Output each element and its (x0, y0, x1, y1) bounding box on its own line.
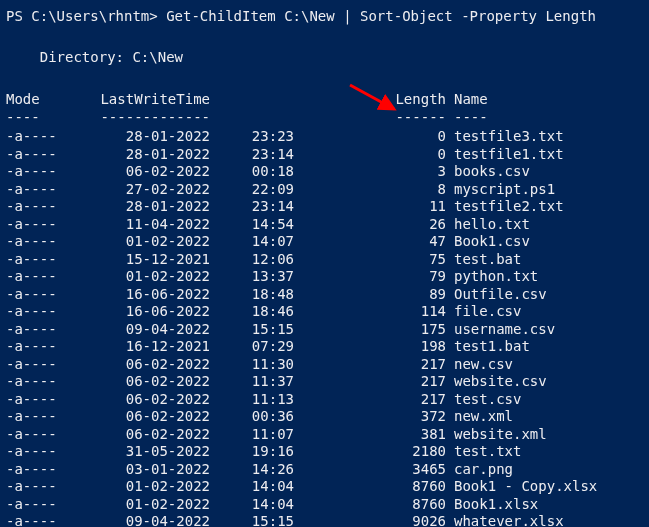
table-row: -a----16-12-202107:29198test1.bat (6, 338, 643, 356)
file-time: 12:06 (210, 251, 294, 269)
file-length: 381 (294, 426, 446, 444)
file-date: 31-05-2022 (74, 443, 210, 461)
file-mode: -a---- (6, 198, 74, 216)
file-time: 14:54 (210, 216, 294, 234)
file-mode: -a---- (6, 181, 74, 199)
table-row: -a----16-06-202218:4889Outfile.csv (6, 286, 643, 304)
file-time: 15:15 (210, 321, 294, 339)
file-time: 07:29 (210, 338, 294, 356)
file-date: 27-02-2022 (74, 181, 210, 199)
file-name: car.png (446, 461, 643, 479)
file-time: 23:14 (210, 146, 294, 164)
file-name: myscript.ps1 (446, 181, 643, 199)
file-length: 114 (294, 303, 446, 321)
table-row: -a----06-02-202211:07381website.xml (6, 426, 643, 444)
file-time: 18:46 (210, 303, 294, 321)
file-mode: -a---- (6, 146, 74, 164)
file-length: 8 (294, 181, 446, 199)
file-time: 00:18 (210, 163, 294, 181)
file-name: website.csv (446, 373, 643, 391)
file-time: 14:07 (210, 233, 294, 251)
table-row: -a----16-06-202218:46114file.csv (6, 303, 643, 321)
file-date: 01-02-2022 (74, 496, 210, 514)
file-length: 372 (294, 408, 446, 426)
file-mode: -a---- (6, 286, 74, 304)
table-row: -a----06-02-202211:30217new.csv (6, 356, 643, 374)
file-date: 09-04-2022 (74, 513, 210, 527)
file-time: 14:04 (210, 496, 294, 514)
file-date: 16-06-2022 (74, 303, 210, 321)
table-header-underline: ---- ------------- ------ ---- (6, 109, 643, 127)
file-name: test.bat (446, 251, 643, 269)
file-mode: -a---- (6, 426, 74, 444)
file-length: 89 (294, 286, 446, 304)
blank-line (6, 68, 643, 85)
table-row: -a----28-01-202223:230testfile3.txt (6, 128, 643, 146)
table-row: -a----09-04-202215:159026whatever.xlsx (6, 513, 643, 527)
file-time: 13:37 (210, 268, 294, 286)
table-header: Mode LastWriteTime Length Name (6, 91, 643, 109)
file-time: 14:26 (210, 461, 294, 479)
table-row: -a----09-04-202215:15175username.csv (6, 321, 643, 339)
file-date: 06-02-2022 (74, 408, 210, 426)
directory-line: Directory: C:\New (6, 49, 643, 67)
file-date: 01-02-2022 (74, 233, 210, 251)
file-name: new.csv (446, 356, 643, 374)
header-mode: Mode (6, 91, 74, 109)
file-mode: -a---- (6, 443, 74, 461)
file-mode: -a---- (6, 268, 74, 286)
underline-length: ------ (294, 109, 446, 127)
table-row: -a----06-02-202200:36372new.xml (6, 408, 643, 426)
file-length: 79 (294, 268, 446, 286)
file-mode: -a---- (6, 356, 74, 374)
file-time: 11:13 (210, 391, 294, 409)
file-mode: -a---- (6, 233, 74, 251)
file-date: 06-02-2022 (74, 163, 210, 181)
file-mode: -a---- (6, 338, 74, 356)
file-length: 47 (294, 233, 446, 251)
file-mode: -a---- (6, 496, 74, 514)
file-time: 22:09 (210, 181, 294, 199)
file-date: 09-04-2022 (74, 321, 210, 339)
file-length: 217 (294, 391, 446, 409)
file-length: 198 (294, 338, 446, 356)
file-name: hello.txt (446, 216, 643, 234)
underline-mode: ---- (6, 109, 74, 127)
file-date: 16-06-2022 (74, 286, 210, 304)
file-name: testfile2.txt (446, 198, 643, 216)
file-date: 28-01-2022 (74, 198, 210, 216)
file-length: 175 (294, 321, 446, 339)
file-length: 8760 (294, 478, 446, 496)
file-time: 23:23 (210, 128, 294, 146)
table-row: -a----06-02-202200:183books.csv (6, 163, 643, 181)
table-body: -a----28-01-202223:230testfile3.txt-a---… (6, 128, 643, 527)
file-mode: -a---- (6, 391, 74, 409)
file-date: 28-01-2022 (74, 128, 210, 146)
file-length: 2180 (294, 443, 446, 461)
file-time: 11:37 (210, 373, 294, 391)
table-row: -a----06-02-202211:37217website.csv (6, 373, 643, 391)
file-name: test.txt (446, 443, 643, 461)
file-length: 217 (294, 373, 446, 391)
command-prompt[interactable]: PS C:\Users\rhntm> Get-ChildItem C:\New … (6, 8, 643, 26)
file-length: 0 (294, 128, 446, 146)
file-length: 26 (294, 216, 446, 234)
header-lastwrite-spacer (210, 91, 294, 109)
file-date: 06-02-2022 (74, 356, 210, 374)
table-row: -a----28-01-202223:1411testfile2.txt (6, 198, 643, 216)
file-mode: -a---- (6, 513, 74, 527)
file-length: 8760 (294, 496, 446, 514)
file-name: file.csv (446, 303, 643, 321)
table-row: -a----01-02-202214:048760Book1 - Copy.xl… (6, 478, 643, 496)
underline-lastwrite-spacer (210, 109, 294, 127)
file-date: 06-02-2022 (74, 373, 210, 391)
file-length: 217 (294, 356, 446, 374)
header-lastwrite: LastWriteTime (74, 91, 210, 109)
file-time: 00:36 (210, 408, 294, 426)
blank-line (6, 28, 643, 45)
file-date: 11-04-2022 (74, 216, 210, 234)
file-length: 3 (294, 163, 446, 181)
file-date: 15-12-2021 (74, 251, 210, 269)
file-date: 06-02-2022 (74, 426, 210, 444)
table-row: -a----28-01-202223:140testfile1.txt (6, 146, 643, 164)
